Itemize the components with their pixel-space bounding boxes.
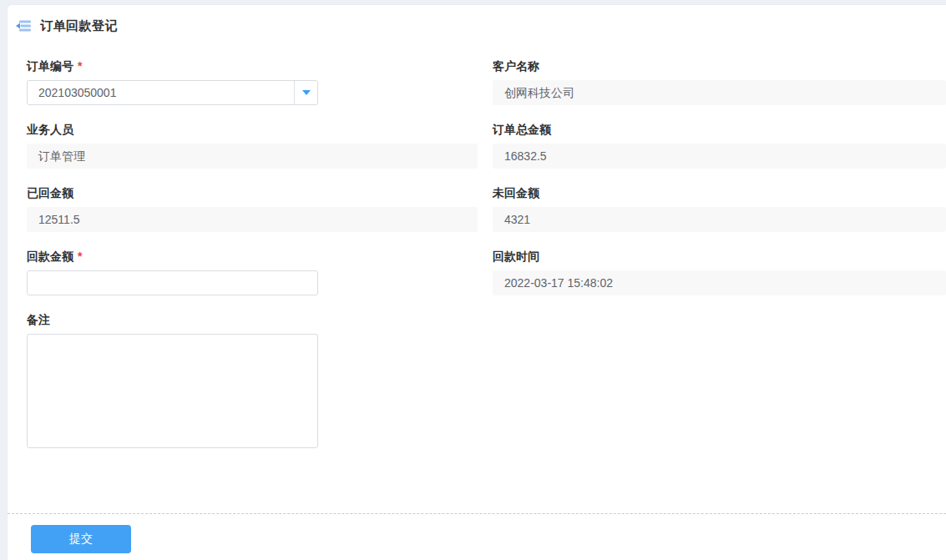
payment-form: 订单编号 * 202103050001 客户名称 创网科技公司 业务人员 订单管… — [8, 58, 946, 448]
salesperson-label: 业务人员 — [27, 122, 478, 138]
remark-textarea[interactable] — [27, 334, 318, 448]
order-total-label: 订单总金额 — [493, 122, 946, 138]
required-marker: * — [78, 58, 82, 74]
customer-name-value: 创网科技公司 — [493, 80, 946, 105]
footer-action-bar: 提交 — [8, 514, 946, 553]
menu-back-icon-svg — [16, 20, 31, 32]
chevron-down-icon — [302, 90, 311, 95]
order-no-select-arrow-button[interactable] — [294, 81, 317, 104]
page-title: 订单回款登记 — [40, 18, 118, 34]
field-payment-amount: 回款金额 * — [27, 249, 478, 295]
field-payment-time: 回款时间 2022-03-17 15:48:02 — [493, 249, 946, 295]
unreceived-amount-label: 未回金额 — [493, 185, 946, 201]
page-header: 订单回款登记 — [8, 5, 946, 34]
payment-time-value: 2022-03-17 15:48:02 — [493, 270, 946, 295]
field-salesperson: 业务人员 订单管理 — [27, 122, 478, 169]
form-card: 订单回款登记 订单编号 * 202103050001 客户名称 创网科技公司 — [7, 4, 946, 560]
field-remark: 备注 — [27, 312, 478, 448]
field-unreceived-amount: 未回金额 4321 — [493, 185, 946, 232]
required-marker: * — [78, 249, 82, 265]
order-no-label: 订单编号 * — [27, 58, 478, 74]
received-amount-label: 已回金额 — [27, 185, 478, 201]
unreceived-amount-value: 4321 — [493, 207, 946, 232]
empty-cell — [493, 312, 946, 448]
remark-label: 备注 — [27, 312, 478, 328]
field-order-total: 订单总金额 16832.5 — [493, 122, 946, 169]
order-no-selected-value: 202103050001 — [28, 81, 294, 104]
submit-button[interactable]: 提交 — [31, 525, 131, 553]
back-to-list-icon[interactable] — [16, 20, 31, 32]
field-received-amount: 已回金额 12511.5 — [27, 185, 478, 232]
payment-time-label: 回款时间 — [493, 249, 946, 265]
field-order-no: 订单编号 * 202103050001 — [27, 58, 478, 105]
salesperson-value: 订单管理 — [27, 144, 478, 169]
field-customer-name: 客户名称 创网科技公司 — [493, 58, 946, 105]
order-no-select[interactable]: 202103050001 — [27, 80, 318, 105]
order-total-value: 16832.5 — [493, 144, 946, 169]
payment-amount-label: 回款金额 * — [27, 249, 478, 265]
customer-name-label: 客户名称 — [493, 58, 946, 74]
received-amount-value: 12511.5 — [27, 207, 478, 232]
payment-amount-input[interactable] — [27, 270, 318, 295]
